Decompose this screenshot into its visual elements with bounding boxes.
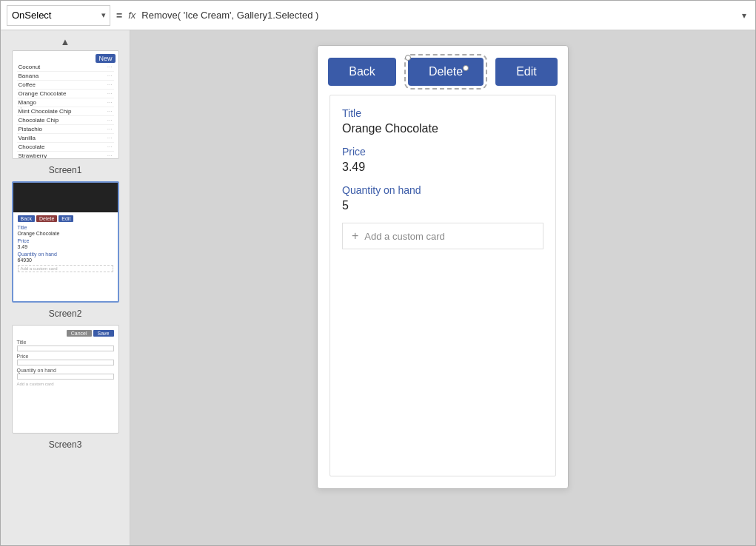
screen2-price-label: Price [18,238,113,243]
screen3-content: Cancel Save Title Price Quantity on hand… [13,326,118,433]
list-item: Coconut··· [17,63,114,72]
add-custom-card-label: Add a custom card [364,231,444,242]
sidebar: ▲ ··· New Coconut··· Banana··· Coffee···… [1,30,130,545]
screen3-qty-input [17,374,114,380]
screen1-label: Screen1 [49,165,82,175]
screen3-add-card: Add a custom card [17,382,114,386]
screen2-content: Back Delete Edit Title Orange Chocolate … [13,183,118,301]
phone-frame: Back Delete Edit Title Orange Chocolate … [317,45,569,489]
screen2-qty-value: 64930 [18,257,113,263]
screen3-buttons: Cancel Save [17,330,114,337]
screen2-detail: Back Delete Edit Title Orange Chocolate … [13,212,118,275]
screen1-thumbnail[interactable]: ··· New Coconut··· Banana··· Coffee··· O… [12,50,119,159]
edit-button[interactable]: Edit [495,58,558,86]
screen2-label: Screen2 [49,309,82,319]
title-field-value: Orange Chocolate [342,122,543,135]
chevron-up-icon: ▲ [61,36,70,47]
screen2-back-btn[interactable]: Back [18,215,36,222]
onselect-dropdown-wrapper[interactable]: OnSelect [7,5,110,26]
screen2-edit-btn[interactable]: Edit [58,215,73,222]
fx-label: fx [128,10,136,21]
add-custom-card[interactable]: + Add a custom card [342,223,543,249]
screen3-price-input [17,360,114,365]
formula-input[interactable] [141,5,733,26]
event-select[interactable]: OnSelect [7,5,110,26]
screen3-title-input [17,346,114,351]
new-badge: New [96,54,115,63]
list-item: Chocolate Chip··· [17,116,114,125]
screen2-title-label: Title [18,225,113,230]
formula-bar: OnSelect = fx ▾ [1,1,755,30]
price-field-label: Price [342,146,543,158]
screen3-label: Screen3 [49,439,82,450]
screen2-black-bar [13,183,118,212]
main-area: ▲ ··· New Coconut··· Banana··· Coffee···… [1,30,755,545]
screen3-thumbnail[interactable]: Cancel Save Title Price Quantity on hand… [12,325,119,434]
list-item: Orange Chocolate··· [17,90,114,98]
list-item: Mango··· [17,98,114,107]
title-field-label: Title [342,107,543,119]
action-buttons-row: Back Delete Edit [318,46,568,95]
formula-dropdown-button[interactable]: ▾ [739,9,749,22]
list-item: Pistachio··· [17,125,114,134]
canvas-area: Back Delete Edit Title Orange Chocolate … [130,30,755,545]
screen2-title-value: Orange Chocolate [18,231,113,236]
screen3-qty-label: Quantity on hand [17,368,114,373]
list-item: Coffee··· [17,81,114,90]
price-field-value: 3.49 [342,161,543,174]
screen1-list: Coconut··· Banana··· Coffee··· Orange Ch… [17,63,114,159]
list-item: Mint Chocolate Chip··· [17,107,114,116]
back-button[interactable]: Back [328,58,396,86]
screen3-save-btn[interactable]: Save [93,330,114,337]
screen2-add-card: Add a custom card [18,265,113,272]
delete-button[interactable]: Delete [408,58,484,86]
screen1-dots: ··· [17,99,25,109]
screen1-content: ··· New Coconut··· Banana··· Coffee··· O… [13,51,118,158]
scroll-up-button[interactable]: ▲ [1,33,130,50]
equals-sign: = [116,10,122,21]
qty-field-value: 5 [342,199,543,212]
screen3-price-label: Price [17,354,114,359]
screen2-thumbnail[interactable]: Back Delete Edit Title Orange Chocolate … [12,181,119,303]
list-item: Vanilla··· [17,134,114,143]
screen2-buttons: Back Delete Edit [18,215,113,222]
screen3-cancel-btn[interactable]: Cancel [67,330,92,337]
list-item: Strawberry··· [17,152,114,159]
screen2-delete-btn[interactable]: Delete [36,215,57,222]
screen3-title-label: Title [17,340,114,345]
list-item: Chocolate··· [17,143,114,152]
detail-card: Title Orange Chocolate Price 3.49 Quanti… [330,95,556,476]
qty-field-label: Quantity on hand [342,184,543,196]
list-item: Banana··· [17,72,114,81]
screen2-price-value: 3.49 [18,244,113,249]
plus-icon: + [352,229,358,243]
screen2-qty-label: Quantity on hand [18,252,113,257]
